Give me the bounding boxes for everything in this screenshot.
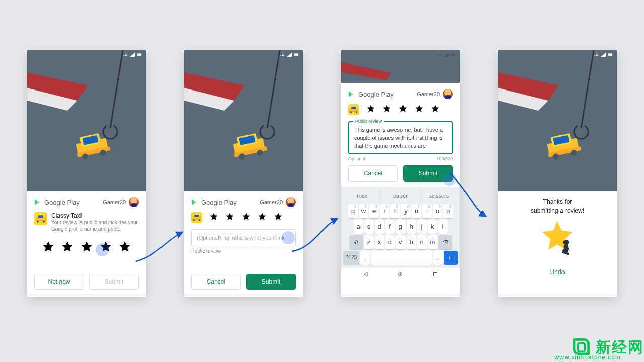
enter-key[interactable] bbox=[444, 251, 458, 265]
svg-rect-16 bbox=[184, 50, 303, 191]
review-sheet: Google Play Gamer20 (Optional) bbox=[184, 191, 303, 297]
key-k[interactable]: k bbox=[428, 220, 437, 234]
key-i[interactable]: i8 bbox=[422, 204, 432, 218]
suggestion-1[interactable]: rock bbox=[343, 189, 381, 203]
suggestion-3[interactable]: scissors bbox=[420, 189, 458, 203]
svg-point-22 bbox=[399, 273, 401, 275]
nav-recent-icon[interactable] bbox=[432, 271, 438, 277]
input-placeholder: (Optional) Tell others what you think bbox=[197, 235, 285, 241]
review-input[interactable]: (Optional) Tell others what you think bbox=[191, 229, 296, 246]
touch-ripple bbox=[282, 231, 295, 244]
shift-icon bbox=[353, 239, 359, 245]
key-q[interactable]: q1 bbox=[348, 204, 358, 218]
review-sheet: Google Play Gamer20 Classy Taxi Your rev… bbox=[27, 191, 146, 297]
key-c[interactable]: c bbox=[385, 235, 395, 249]
touch-ripple bbox=[96, 243, 109, 256]
cancel-button[interactable]: Cancel bbox=[348, 165, 398, 182]
star-3[interactable] bbox=[242, 212, 251, 223]
undo-button[interactable]: Undo bbox=[505, 268, 610, 276]
app-icon bbox=[34, 212, 47, 225]
cancel-button[interactable]: Cancel bbox=[191, 274, 241, 290]
touch-ripple bbox=[443, 172, 456, 186]
brand-text: Google Play bbox=[201, 199, 237, 206]
status-bar bbox=[341, 50, 460, 59]
star-2[interactable] bbox=[225, 212, 234, 223]
key-w[interactable]: w2 bbox=[359, 204, 368, 218]
period-key[interactable]: . bbox=[433, 251, 443, 265]
key-v[interactable]: v bbox=[396, 235, 406, 249]
star-5[interactable] bbox=[431, 104, 440, 115]
suggestion-bar[interactable]: rock paper scissors bbox=[343, 189, 458, 203]
key-row-2: asdfghjkl bbox=[343, 220, 458, 234]
key-s[interactable]: s bbox=[364, 220, 374, 234]
star-2[interactable] bbox=[382, 104, 391, 115]
key-y[interactable]: y6 bbox=[401, 204, 411, 218]
key-e[interactable]: e3 bbox=[369, 204, 379, 218]
review-textarea[interactable]: Public review This game is awesome, but … bbox=[348, 121, 453, 154]
key-x[interactable]: x bbox=[375, 235, 384, 249]
key-f[interactable]: f bbox=[385, 220, 395, 234]
key-r[interactable]: r4 bbox=[380, 204, 389, 218]
star-3[interactable] bbox=[80, 240, 93, 255]
star-5[interactable] bbox=[274, 212, 283, 223]
star-3[interactable] bbox=[398, 104, 408, 115]
backspace-key[interactable] bbox=[438, 235, 452, 249]
phone-screen-4: Thanks for submitting a review! Undo bbox=[498, 50, 617, 297]
nav-home-icon[interactable] bbox=[397, 271, 404, 277]
user-chip[interactable]: Gamer20 bbox=[417, 89, 453, 99]
brand-text: Google Play bbox=[358, 90, 394, 98]
key-n[interactable]: n bbox=[417, 235, 427, 249]
thanks-sheet: Thanks for submitting a review! Undo bbox=[498, 191, 617, 297]
star-5[interactable] bbox=[118, 240, 131, 255]
button-row: Cancel Submit bbox=[191, 274, 296, 290]
symbols-key[interactable]: ?123 bbox=[343, 251, 359, 265]
shift-key[interactable] bbox=[349, 235, 363, 249]
key-z[interactable]: z bbox=[364, 235, 374, 249]
star-1[interactable] bbox=[209, 212, 218, 223]
key-j[interactable]: j bbox=[417, 220, 427, 234]
play-logo-icon bbox=[348, 90, 355, 98]
user-chip[interactable]: Gamer20 bbox=[103, 197, 139, 207]
app-icon bbox=[348, 104, 359, 115]
not-now-button[interactable]: Not now bbox=[34, 274, 84, 290]
svg-rect-19 bbox=[451, 54, 455, 56]
key-t[interactable]: t5 bbox=[390, 204, 400, 218]
key-row-1: q1w2e3r4t5y6u7i8o9p0 bbox=[343, 204, 458, 218]
user-chip[interactable]: Gamer20 bbox=[260, 197, 296, 207]
svg-rect-12 bbox=[27, 50, 146, 191]
key-a[interactable]: a bbox=[354, 220, 363, 234]
key-b[interactable]: b bbox=[407, 235, 416, 249]
rating-stars-filled[interactable] bbox=[191, 212, 296, 223]
rating-stars-filled[interactable] bbox=[348, 104, 453, 115]
star-4[interactable] bbox=[415, 104, 424, 115]
svg-rect-23 bbox=[434, 272, 437, 276]
key-u[interactable]: u7 bbox=[412, 204, 421, 218]
key-g[interactable]: g bbox=[396, 220, 406, 234]
google-play-brand: Google Play bbox=[348, 90, 394, 98]
key-o[interactable]: o9 bbox=[433, 204, 442, 218]
username: Gamer20 bbox=[260, 199, 283, 205]
brand-row: Google Play Gamer20 bbox=[348, 89, 453, 99]
button-row: Not now Submit bbox=[34, 274, 139, 290]
nav-back-icon[interactable] bbox=[363, 271, 369, 277]
star-1[interactable] bbox=[366, 104, 375, 115]
comma-key[interactable]: , bbox=[360, 251, 370, 265]
star-1[interactable] bbox=[42, 240, 55, 255]
key-l[interactable]: l bbox=[438, 220, 448, 234]
phones-container: Google Play Gamer20 Classy Taxi Your rev… bbox=[0, 0, 644, 297]
key-d[interactable]: d bbox=[375, 220, 384, 234]
suggestion-2[interactable]: paper bbox=[381, 189, 420, 203]
star-2[interactable] bbox=[61, 240, 74, 255]
play-logo-icon bbox=[191, 198, 198, 206]
key-h[interactable]: h bbox=[407, 220, 416, 234]
star-4[interactable] bbox=[258, 212, 267, 223]
rating-stars[interactable] bbox=[34, 240, 139, 255]
status-bar bbox=[184, 50, 303, 59]
key-p[interactable]: p0 bbox=[443, 204, 453, 218]
space-key[interactable] bbox=[371, 251, 432, 265]
keyboard[interactable]: rock paper scissors q1w2e3r4t5y6u7i8o9p0… bbox=[341, 187, 460, 268]
thanks-illustration bbox=[505, 221, 610, 258]
google-play-brand: Google Play bbox=[34, 198, 80, 206]
submit-button[interactable]: Submit bbox=[246, 274, 296, 290]
key-m[interactable]: m bbox=[428, 235, 437, 249]
